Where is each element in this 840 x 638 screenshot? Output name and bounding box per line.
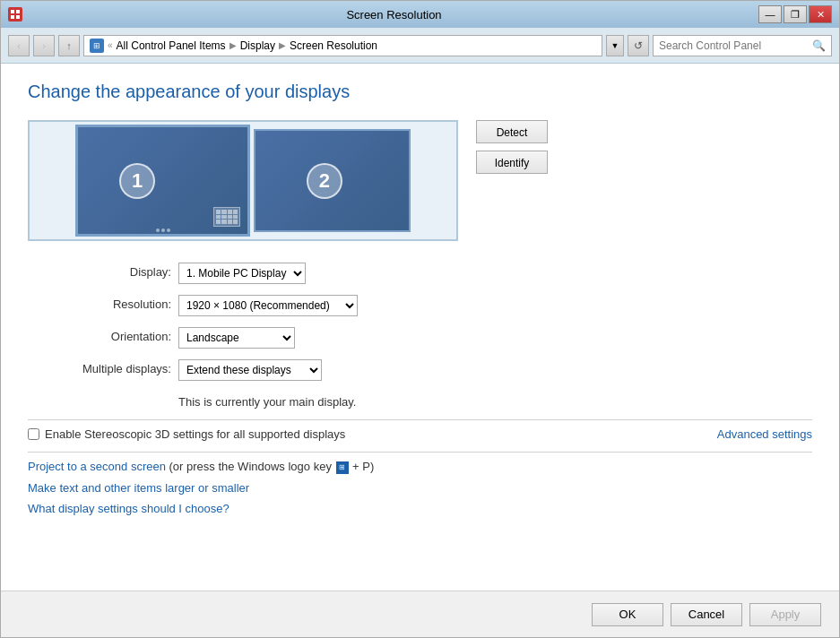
detect-identify-buttons: Detect Identify <box>476 120 548 174</box>
path-arrow-1: ▶ <box>229 40 237 50</box>
apply-button[interactable]: Apply <box>749 603 821 626</box>
monitor-1-number: 1 <box>119 163 155 199</box>
monitor-2[interactable]: 2 <box>254 129 411 232</box>
make-text-link[interactable]: Make text and other items larger or smal… <box>28 481 249 495</box>
path-display: Display <box>240 39 275 52</box>
minimize-button[interactable]: — <box>758 5 782 23</box>
resolution-label: Resolution: <box>28 295 171 316</box>
address-dropdown[interactable]: ▼ <box>606 35 624 56</box>
project-text2: + P) <box>350 460 375 473</box>
project-text: (or press the Windows logo key <box>166 460 335 473</box>
monitor-1-taskbar <box>213 207 240 227</box>
svg-rect-2 <box>11 15 14 19</box>
detect-button[interactable]: Detect <box>476 120 548 143</box>
multiple-displays-label: Multiple displays: <box>28 359 171 381</box>
project-link-row: Project to a second screen (or press the… <box>28 460 812 474</box>
resolution-select[interactable]: 1920 × 1080 (Recommended) <box>178 295 358 316</box>
cancel-button[interactable]: Cancel <box>671 603 742 626</box>
address-path[interactable]: ⊞ « All Control Panel Items ▶ Display ▶ … <box>83 35 602 56</box>
multiple-displays-select[interactable]: Extend these displays <box>178 359 322 381</box>
app-icon <box>8 7 22 22</box>
search-input[interactable] <box>659 39 812 52</box>
identify-button[interactable]: Identify <box>476 151 548 174</box>
path-all-control-panel: All Control Panel Items <box>117 39 226 52</box>
main-content: Change the appearance of your displays 1 <box>1 64 839 591</box>
refresh-button[interactable]: ↺ <box>628 35 649 56</box>
path-screen-resolution: Screen Resolution <box>290 39 377 52</box>
form-grid: Display: 1. Mobile PC Display Resolution… <box>28 263 812 381</box>
forward-button[interactable]: › <box>33 35 55 56</box>
make-text-row: Make text and other items larger or smal… <box>28 481 812 495</box>
divider-1 <box>28 419 812 420</box>
display-preview-box: 1 <box>28 120 458 241</box>
svg-rect-0 <box>11 10 14 13</box>
window-controls: — ❐ ✕ <box>758 5 832 23</box>
display-select[interactable]: 1. Mobile PC Display <box>178 263 306 284</box>
monitor-1[interactable]: 1 <box>75 125 250 237</box>
display-settings-row: What display settings should I choose? <box>28 502 812 515</box>
stereoscopic-checkbox[interactable] <box>28 428 39 440</box>
restore-button[interactable]: ❐ <box>784 5 807 23</box>
orientation-label: Orientation: <box>28 327 171 349</box>
page-title: Change the appearance of your displays <box>28 82 812 102</box>
monitor-1-dots <box>156 228 170 232</box>
control-panel-icon: ⊞ <box>90 39 104 53</box>
window-title: Screen Resolution <box>30 8 758 22</box>
project-link[interactable]: Project to a second screen <box>28 460 166 473</box>
divider-2 <box>28 452 812 453</box>
windows-key-icon: ⊞ <box>336 461 349 474</box>
footer: OK Cancel Apply <box>1 591 839 637</box>
stereoscopic-row: Enable Stereoscopic 3D settings for all … <box>28 427 812 441</box>
search-box: 🔍 <box>653 35 832 56</box>
monitor-2-screen: 2 <box>254 129 411 232</box>
display-settings-link[interactable]: What display settings should I choose? <box>28 502 229 515</box>
search-icon: 🔍 <box>812 39 826 52</box>
display-preview-container: 1 <box>28 120 812 241</box>
stereoscopic-label: Enable Stereoscopic 3D settings for all … <box>45 427 345 441</box>
monitor-1-screen: 1 <box>75 125 250 237</box>
main-display-text: This is currently your main display. <box>178 395 812 409</box>
orientation-select[interactable]: Landscape <box>178 327 295 349</box>
address-bar: ‹ › ↑ ⊞ « All Control Panel Items ▶ Disp… <box>1 28 839 64</box>
window: Screen Resolution — ❐ ✕ ‹ › ↑ ⊞ « All Co… <box>0 0 840 638</box>
up-button[interactable]: ↑ <box>58 35 80 56</box>
display-label: Display: <box>28 263 171 284</box>
svg-rect-3 <box>16 15 20 19</box>
back-button[interactable]: ‹ <box>8 35 30 56</box>
ok-button[interactable]: OK <box>592 603 663 626</box>
close-button[interactable]: ✕ <box>809 5 832 23</box>
advanced-settings-link[interactable]: Advanced settings <box>717 427 812 441</box>
path-arrow-2: ▶ <box>279 40 286 50</box>
title-bar: Screen Resolution — ❐ ✕ <box>1 1 839 28</box>
monitor-2-number: 2 <box>307 163 342 199</box>
svg-rect-1 <box>16 10 20 13</box>
path-sep-1: « <box>108 40 113 50</box>
